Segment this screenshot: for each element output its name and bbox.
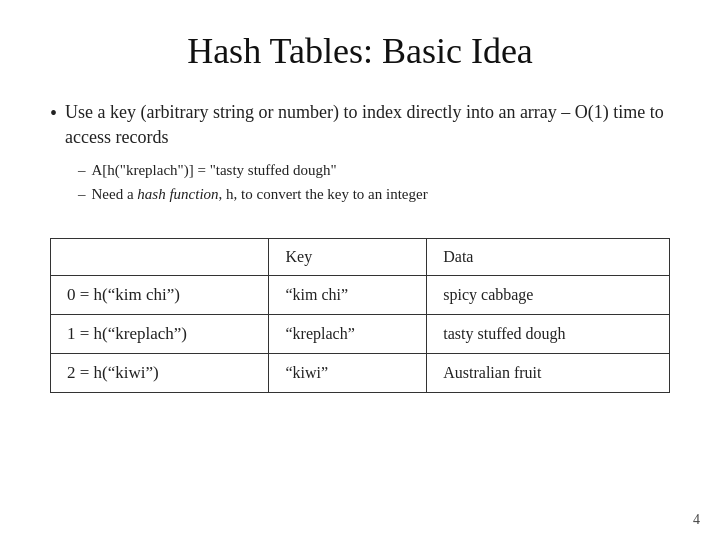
slide-title: Hash Tables: Basic Idea	[50, 30, 670, 72]
table-cell-data-2: Australian fruit	[427, 354, 670, 393]
bullet-dot: •	[50, 100, 57, 126]
table-cell-index-0: 0 = h(“kim chi”)	[51, 276, 269, 315]
col-header-key: Key	[269, 239, 427, 276]
sub2-italic: hash function	[137, 186, 218, 202]
bullet-main-text: Use a key (arbitrary string or number) t…	[65, 100, 670, 150]
sub-dash-2: –	[78, 182, 86, 206]
table-row: 0 = h(“kim chi”)“kim chi”spicy cabbage	[51, 276, 670, 315]
bullet-section: • Use a key (arbitrary string or number)…	[50, 100, 670, 206]
table-cell-key-0: “kim chi”	[269, 276, 427, 315]
table-cell-index-2: 2 = h(“kiwi”)	[51, 354, 269, 393]
table-cell-index-1: 1 = h(“kreplach”)	[51, 315, 269, 354]
table-header-row: Key Data	[51, 239, 670, 276]
table-cell-data-1: tasty stuffed dough	[427, 315, 670, 354]
sub-bullet-1: – A[h("kreplach")] = "tasty stuffed doug…	[78, 158, 670, 182]
hash-table: Key Data 0 = h(“kim chi”)“kim chi”spicy …	[50, 238, 670, 393]
table-cell-key-1: “kreplach”	[269, 315, 427, 354]
sub-dash-1: –	[78, 158, 86, 182]
col-header-index	[51, 239, 269, 276]
sub-bullet-2: – Need a hash function, h, to convert th…	[78, 182, 670, 206]
sub-bullets: – A[h("kreplach")] = "tasty stuffed doug…	[78, 158, 670, 206]
sub2-prefix: Need a	[92, 186, 138, 202]
col-header-data: Data	[427, 239, 670, 276]
sub-bullet-2-text: Need a hash function, h, to convert the …	[92, 182, 428, 206]
slide-container: Hash Tables: Basic Idea • Use a key (arb…	[0, 0, 720, 540]
table-cell-key-2: “kiwi”	[269, 354, 427, 393]
page-number: 4	[693, 512, 700, 528]
sub2-suffix: , h, to convert the key to an integer	[219, 186, 428, 202]
table-row: 2 = h(“kiwi”)“kiwi”Australian fruit	[51, 354, 670, 393]
table-body: 0 = h(“kim chi”)“kim chi”spicy cabbage1 …	[51, 276, 670, 393]
table-row: 1 = h(“kreplach”)“kreplach”tasty stuffed…	[51, 315, 670, 354]
table-cell-data-0: spicy cabbage	[427, 276, 670, 315]
bullet-main: • Use a key (arbitrary string or number)…	[50, 100, 670, 150]
sub-bullet-1-text: A[h("kreplach")] = "tasty stuffed dough"	[92, 158, 337, 182]
